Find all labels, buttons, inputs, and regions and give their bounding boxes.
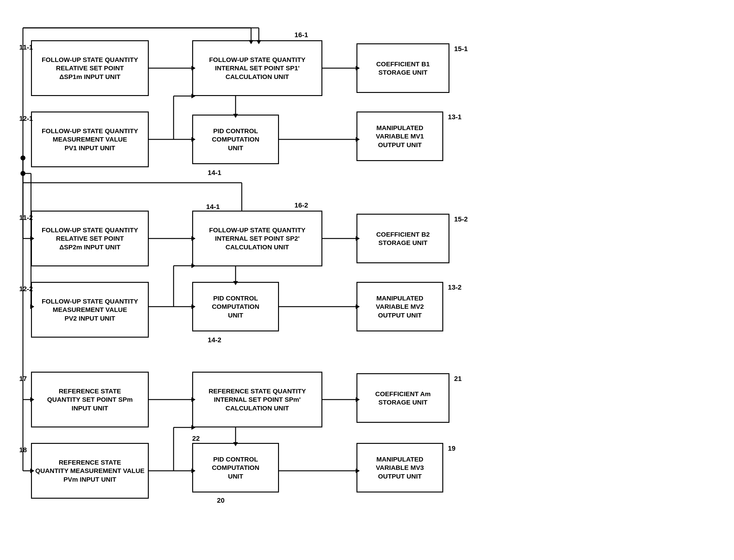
label-15-1: 15-1 bbox=[454, 45, 468, 53]
block-12-1: FOLLOW-UP STATE QUANTITYMEASUREMENT VALU… bbox=[31, 112, 149, 167]
label-22: 22 bbox=[192, 435, 200, 443]
label-16-1: 16-1 bbox=[294, 31, 308, 39]
label-12-2: 12-2 bbox=[19, 285, 33, 293]
block-pid-3: PID CONTROLCOMPUTATIONUNIT bbox=[192, 443, 279, 492]
label-19: 19 bbox=[448, 444, 455, 453]
block-11-1: FOLLOW-UP STATE QUANTITYRELATIVE SET POI… bbox=[31, 40, 149, 96]
block-ref-calc: REFERENCE STATE QUANTITYINTERNAL SET POI… bbox=[192, 372, 322, 427]
block-13-2: MANIPULATEDVARIABLE MV2OUTPUT UNIT bbox=[356, 282, 443, 331]
label-11-2: 11-2 bbox=[19, 214, 33, 222]
label-21: 21 bbox=[454, 375, 462, 383]
label-13-2: 13-2 bbox=[448, 283, 462, 291]
block-12-2: FOLLOW-UP STATE QUANTITYMEASUREMENT VALU… bbox=[31, 282, 149, 338]
block-pid-1: PID CONTROLCOMPUTATIONUNIT bbox=[192, 115, 279, 164]
block-15-1: COEFFICIENT B1STORAGE UNIT bbox=[356, 43, 450, 93]
label-20: 20 bbox=[217, 497, 224, 505]
block-16-1: FOLLOW-UP STATE QUANTITYINTERNAL SET POI… bbox=[192, 40, 322, 96]
label-15-2: 15-2 bbox=[454, 215, 468, 223]
label-14-2: 14-2 bbox=[208, 336, 221, 344]
block-17: REFERENCE STATEQUANTITY SET POINT SPmINP… bbox=[31, 372, 149, 427]
junction-dot-2 bbox=[20, 171, 25, 176]
block-15-2: COEFFICIENT B2STORAGE UNIT bbox=[356, 214, 450, 263]
block-16-2: FOLLOW-UP STATE QUANTITYINTERNAL SET POI… bbox=[192, 211, 322, 266]
label-12-1: 12-1 bbox=[19, 115, 33, 123]
block-21: COEFFICIENT AmSTORAGE UNIT bbox=[356, 373, 450, 423]
label-17: 17 bbox=[19, 375, 27, 383]
label-13-1: 13-1 bbox=[448, 113, 462, 121]
label-14-1: 14-1 bbox=[208, 169, 221, 177]
label-18: 18 bbox=[19, 446, 27, 454]
block-19: MANIPULATEDVARIABLE MV3OUTPUT UNIT bbox=[356, 443, 443, 492]
block-13-1: MANIPULATEDVARIABLE MV1OUTPUT UNIT bbox=[356, 112, 443, 161]
junction-dot-1 bbox=[20, 155, 25, 160]
label-11-1: 11-1 bbox=[19, 43, 33, 51]
block-pid-2: PID CONTROLCOMPUTATIONUNIT bbox=[192, 282, 279, 331]
label-16-2: 16-2 bbox=[294, 201, 308, 209]
block-11-2: FOLLOW-UP STATE QUANTITYRELATIVE SET POI… bbox=[31, 211, 149, 266]
label-14-1b: 14-1 bbox=[206, 203, 220, 211]
block-18: REFERENCE STATEQUANTITY MEASUREMENT VALU… bbox=[31, 443, 149, 499]
